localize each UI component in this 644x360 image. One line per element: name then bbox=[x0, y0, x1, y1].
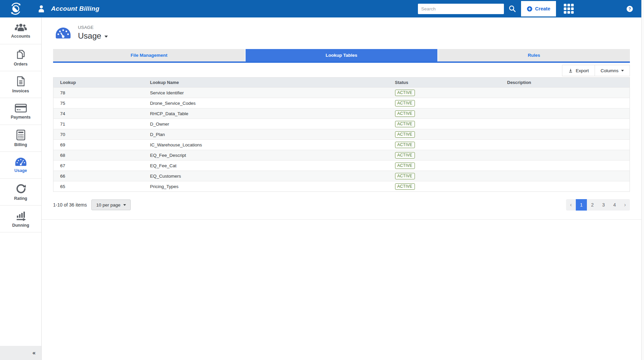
cell-lookup-name: EQ_Customers bbox=[143, 171, 388, 181]
sidebar-item-orders[interactable]: Orders bbox=[0, 44, 41, 71]
usage-icon bbox=[15, 157, 27, 166]
user-avatar-icon[interactable] bbox=[37, 4, 46, 13]
page-title-dropdown[interactable]: Usage bbox=[78, 31, 108, 41]
cell-lookup: 71 bbox=[53, 119, 143, 129]
cell-lookup: 67 bbox=[53, 161, 143, 171]
status-badge: ACTIVE bbox=[395, 110, 415, 117]
tab-lookup-tables[interactable]: Lookup Tables bbox=[246, 49, 437, 61]
apps-grid-icon[interactable] bbox=[563, 3, 574, 14]
cell-description bbox=[501, 171, 630, 181]
status-badge: ACTIVE bbox=[395, 121, 415, 127]
page-button-2[interactable]: 2 bbox=[587, 199, 598, 211]
table-toolbar: Export Columns bbox=[53, 65, 630, 76]
cell-lookup-name: Service Identifier bbox=[143, 88, 388, 98]
tab-bar: File Management Lookup Tables Rules bbox=[53, 49, 630, 61]
table-row[interactable]: 66 EQ_Customers ACTIVE bbox=[53, 171, 630, 181]
cell-description bbox=[501, 140, 630, 150]
sidebar-item-payments[interactable]: Payments bbox=[0, 98, 41, 125]
cell-status: ACTIVE bbox=[388, 140, 501, 150]
column-header-description[interactable]: Description bbox=[501, 78, 630, 88]
cell-lookup-name: IC_Warehouse_Locations bbox=[143, 140, 388, 150]
create-button[interactable]: Create bbox=[521, 1, 556, 16]
next-page-button[interactable]: › bbox=[620, 199, 630, 211]
cell-lookup-name: Drone_Service_Codes bbox=[143, 98, 388, 108]
cell-status: ACTIVE bbox=[388, 98, 501, 108]
status-badge: ACTIVE bbox=[395, 173, 415, 179]
table-row[interactable]: 74 RHCP_Data_Table ACTIVE bbox=[53, 108, 630, 119]
plus-circle-icon bbox=[527, 6, 532, 12]
export-button[interactable]: Export bbox=[562, 65, 595, 76]
cell-lookup: 65 bbox=[53, 181, 143, 192]
table-row[interactable]: 78 Service Identifier ACTIVE bbox=[53, 88, 630, 98]
chevron-down-icon bbox=[621, 70, 624, 72]
scrollbar[interactable] bbox=[641, 0, 644, 360]
cell-description bbox=[501, 150, 630, 161]
column-header-lookup-name[interactable]: Lookup Name bbox=[143, 78, 388, 88]
page-button-4[interactable]: 4 bbox=[609, 199, 620, 211]
sidebar: Accounts Orders Invoices bbox=[0, 17, 42, 360]
invoices-icon bbox=[16, 76, 26, 87]
cell-lookup-name: D_Owner bbox=[143, 119, 388, 129]
pager: ‹ 1 2 3 4 › bbox=[566, 199, 630, 211]
accounts-icon bbox=[14, 23, 27, 32]
sidebar-item-invoices[interactable]: Invoices bbox=[0, 71, 41, 98]
cell-description bbox=[501, 119, 630, 129]
page-header: USAGE Usage bbox=[53, 17, 630, 41]
sidebar-item-rating[interactable]: Rating bbox=[0, 179, 41, 206]
search-icon[interactable] bbox=[508, 5, 516, 13]
sidebar-item-accounts[interactable]: Accounts bbox=[0, 17, 41, 44]
chevron-down-icon bbox=[123, 204, 126, 206]
tab-file-management[interactable]: File Management bbox=[53, 49, 245, 61]
table-row[interactable]: 71 D_Owner ACTIVE bbox=[53, 119, 630, 129]
table-header-row: Lookup Lookup Name Status Description bbox=[53, 78, 630, 88]
usage-page-icon bbox=[55, 27, 71, 39]
cell-lookup: 68 bbox=[53, 150, 143, 161]
table-row[interactable]: 68 EQ_Fee_Descript ACTIVE bbox=[53, 150, 630, 161]
per-page-label: 10 per page bbox=[96, 203, 120, 208]
table-row[interactable]: 67 EQ_Fee_Cat ACTIVE bbox=[53, 161, 630, 171]
per-page-dropdown[interactable]: 10 per page bbox=[91, 199, 131, 210]
cell-lookup-name: D_Plan bbox=[143, 129, 388, 140]
sidebar-item-label: Payments bbox=[11, 115, 31, 120]
table-row[interactable]: 75 Drone_Service_Codes ACTIVE bbox=[53, 98, 630, 108]
cell-lookup: 69 bbox=[53, 140, 143, 150]
status-badge: ACTIVE bbox=[395, 163, 415, 169]
search-input[interactable] bbox=[418, 4, 504, 14]
content-divider bbox=[42, 219, 644, 220]
columns-button[interactable]: Columns bbox=[595, 65, 630, 76]
top-navbar: Account Billing Create ? bbox=[0, 0, 644, 17]
help-icon[interactable]: ? bbox=[626, 5, 633, 12]
page-button-1[interactable]: 1 bbox=[576, 199, 587, 211]
sidebar-item-label: Rating bbox=[14, 196, 27, 201]
status-badge: ACTIVE bbox=[395, 142, 415, 148]
sidebar-item-label: Accounts bbox=[11, 34, 30, 39]
cell-status: ACTIVE bbox=[388, 108, 501, 119]
page-button-3[interactable]: 3 bbox=[598, 199, 609, 211]
table-row[interactable]: 69 IC_Warehouse_Locations ACTIVE bbox=[53, 140, 630, 150]
previous-page-button[interactable]: ‹ bbox=[566, 199, 576, 211]
table-row[interactable]: 70 D_Plan ACTIVE bbox=[53, 129, 630, 140]
cell-description bbox=[501, 108, 630, 119]
cell-lookup: 70 bbox=[53, 129, 143, 140]
status-badge: ACTIVE bbox=[395, 152, 415, 159]
column-header-status[interactable]: Status bbox=[388, 78, 501, 88]
pagination-bar: 1-10 of 36 items 10 per page ‹ 1 2 3 4 › bbox=[53, 199, 630, 211]
cell-lookup: 74 bbox=[53, 108, 143, 119]
cell-status: ACTIVE bbox=[388, 129, 501, 140]
cell-lookup-name: Pricing_Types bbox=[143, 181, 388, 192]
cell-status: ACTIVE bbox=[388, 150, 501, 161]
sidebar-item-usage[interactable]: Usage bbox=[0, 152, 41, 179]
billing-icon bbox=[16, 130, 26, 140]
cell-status: ACTIVE bbox=[388, 161, 501, 171]
app-logo-icon[interactable] bbox=[9, 2, 23, 16]
collapse-sidebar-icon[interactable]: « bbox=[33, 350, 36, 356]
table-row[interactable]: 65 Pricing_Types ACTIVE bbox=[53, 181, 630, 192]
column-header-lookup[interactable]: Lookup bbox=[53, 78, 143, 88]
cell-lookup-name: EQ_Fee_Cat bbox=[143, 161, 388, 171]
rating-icon bbox=[15, 183, 26, 194]
orders-icon bbox=[15, 49, 26, 60]
sidebar-item-billing[interactable]: Billing bbox=[0, 125, 41, 152]
sidebar-item-dunning[interactable]: Dunning bbox=[0, 206, 41, 232]
tab-rules[interactable]: Rules bbox=[438, 49, 630, 61]
app-title: Account Billing bbox=[51, 5, 99, 12]
